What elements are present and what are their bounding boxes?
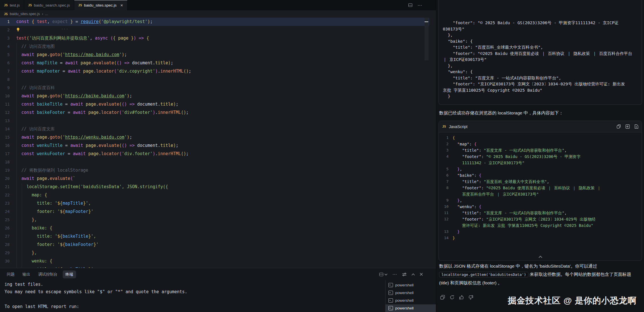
collapse-code-icon[interactable] bbox=[439, 254, 642, 259]
insert-code-icon[interactable] bbox=[625, 124, 630, 129]
scrollbar-thumb[interactable] bbox=[425, 18, 429, 60]
code-line: 7 const mapFooter = await page.locator('… bbox=[0, 67, 429, 75]
token: "footer" bbox=[462, 186, 481, 190]
code-line-content: // 访问百度文库 bbox=[16, 125, 55, 133]
token: title bbox=[160, 102, 173, 107]
token: , bbox=[547, 179, 549, 184]
token: ( bbox=[114, 69, 117, 74]
code-block-line-number: 2 bbox=[439, 141, 449, 147]
token: => bbox=[129, 143, 134, 148]
maximize-panel-icon[interactable] bbox=[411, 273, 415, 276]
code-editor[interactable]: 1const { test, expect } = require('@play… bbox=[0, 18, 429, 268]
code-line: 25 }, bbox=[0, 216, 429, 224]
code-block-row: 13 } bbox=[439, 229, 642, 235]
code-line-content: await page.goto('https://baike.baidu.com… bbox=[16, 92, 132, 100]
panel-tab-问题[interactable]: 问题 bbox=[4, 270, 17, 278]
copy-message-icon[interactable] bbox=[440, 295, 445, 300]
code-block-row: 5 }, bbox=[439, 166, 642, 172]
terminal-session-item[interactable]: >_powershell bbox=[386, 281, 436, 289]
token: async bbox=[95, 36, 110, 41]
token: ) bbox=[168, 60, 171, 65]
code-line: 11 const baikeTitle = await page.evaluat… bbox=[0, 100, 429, 108]
token: ) bbox=[134, 36, 136, 41]
code-block-row-content: "title": "百度百科_全球最大中文百科全书", bbox=[453, 178, 549, 185]
code-line-content: const mapFooter = await page.locator('di… bbox=[16, 67, 191, 75]
panel-tab-输出[interactable]: 输出 bbox=[20, 270, 33, 278]
token: page bbox=[88, 151, 99, 156]
token: { bbox=[44, 192, 47, 198]
split-terminal-icon[interactable] bbox=[379, 273, 383, 276]
editor-tab-baidu_search.spec.js[interactable]: JSbaidu_search.spec.js bbox=[24, 0, 74, 10]
token: "map" bbox=[457, 142, 469, 146]
line-number: 21 bbox=[0, 183, 10, 191]
assistant-code-line: } bbox=[443, 93, 638, 100]
token bbox=[16, 52, 21, 57]
split-editor-icon[interactable] bbox=[408, 3, 412, 7]
panel-tab-终端[interactable]: 终端 bbox=[63, 270, 76, 278]
token: await bbox=[21, 135, 37, 140]
token bbox=[136, 36, 139, 41]
panel-tab-调试控制台[interactable]: 调试控制台 bbox=[35, 270, 60, 278]
token bbox=[16, 217, 32, 222]
terminal-more-icon[interactable]: ⋯ bbox=[392, 272, 397, 277]
new-file-icon[interactable] bbox=[634, 124, 638, 129]
breadcrumb-file[interactable]: baidu_sites.spec.js bbox=[10, 12, 40, 16]
close-panel-icon[interactable] bbox=[420, 273, 423, 276]
terminal-session-item[interactable]: >_powershell bbox=[386, 297, 436, 304]
code-block-row: 11111342 - 京ICP证030173号" bbox=[439, 160, 642, 166]
js-file-icon: JS bbox=[28, 3, 32, 7]
breadcrumb-more[interactable]: ... bbox=[45, 12, 48, 16]
code-block-row-content: "title": "百度文库 - 一站式AI内容获取和创作平台", bbox=[453, 147, 567, 153]
token: ) bbox=[173, 143, 176, 148]
code-block-row: 11 "title": "百度文库 - 一站式AI内容获取和创作平台", bbox=[439, 210, 642, 216]
token: const bbox=[21, 151, 37, 156]
chevron-down-icon[interactable] bbox=[384, 273, 388, 276]
code-line-content: await page.evaluate(` bbox=[16, 175, 76, 183]
editor-scrollbar[interactable] bbox=[425, 18, 429, 268]
js-file-icon: JS bbox=[78, 3, 82, 7]
token bbox=[453, 161, 462, 165]
line-number: 9 bbox=[0, 84, 10, 92]
token: page bbox=[86, 143, 96, 148]
token: = bbox=[73, 19, 81, 24]
token: require bbox=[81, 19, 99, 24]
trae-chat-panel: Trae "footer": "© 2025 Baidu - GS(2023)3… bbox=[436, 0, 644, 312]
more-actions-icon[interactable]: ⋯ bbox=[417, 3, 422, 8]
token: . bbox=[91, 60, 93, 65]
breadcrumb[interactable]: JS baidu_sites.spec.js › ... bbox=[0, 10, 436, 18]
code-line-content: const { test, expect } = require('@playw… bbox=[16, 18, 153, 26]
token: : bbox=[474, 173, 479, 178]
code-block-row-content: 百度百科合作平台 ｜ 京ICP证030173号" bbox=[453, 191, 539, 197]
thumbs-up-icon[interactable] bbox=[459, 295, 464, 300]
token bbox=[453, 211, 462, 215]
regenerate-icon[interactable] bbox=[450, 295, 455, 300]
token bbox=[16, 234, 37, 239]
editor-tab-test.js[interactable]: JStest.js bbox=[0, 0, 24, 10]
indent-guide bbox=[17, 43, 17, 268]
close-tab-icon[interactable]: ✕ bbox=[120, 3, 123, 7]
token: ) bbox=[122, 52, 124, 57]
token: page bbox=[88, 110, 99, 115]
editor-tab-baidu_sites.spec.js[interactable]: JSbaidu_sites.spec.js✕ bbox=[74, 0, 127, 10]
terminal-output[interactable]: ing test files.You may need to escape sy… bbox=[5, 281, 187, 310]
token: () bbox=[122, 143, 127, 148]
copy-code-icon[interactable] bbox=[617, 124, 621, 129]
thumbs-down-icon[interactable] bbox=[468, 295, 473, 300]
launch-profile-icon[interactable] bbox=[402, 272, 407, 276]
code-block-row: 2 "map": { bbox=[439, 141, 642, 147]
token: 营许可证: 新出发 京批 字第直110025号 Copyright ©2025 … bbox=[462, 223, 593, 228]
code-line: 27 title: '${baikeTitle}', bbox=[0, 232, 429, 241]
terminal-session-item[interactable]: >_powershell bbox=[386, 289, 436, 297]
token: , bbox=[47, 19, 52, 24]
lightbulb-icon[interactable] bbox=[16, 26, 20, 31]
token: ( bbox=[114, 60, 117, 65]
watermark-text: 掘金技术社区 @ 是你的小恐龙啊 bbox=[508, 295, 637, 307]
code-block-line-number: 6 bbox=[439, 172, 449, 178]
token: . bbox=[158, 102, 160, 107]
token: baikeTitle bbox=[37, 102, 62, 107]
token: goto bbox=[50, 93, 60, 98]
line-number: 15 bbox=[0, 133, 10, 141]
token: ' bbox=[91, 209, 93, 214]
terminal-session-item[interactable]: >_powershell bbox=[386, 304, 436, 312]
token: locator bbox=[101, 151, 119, 156]
